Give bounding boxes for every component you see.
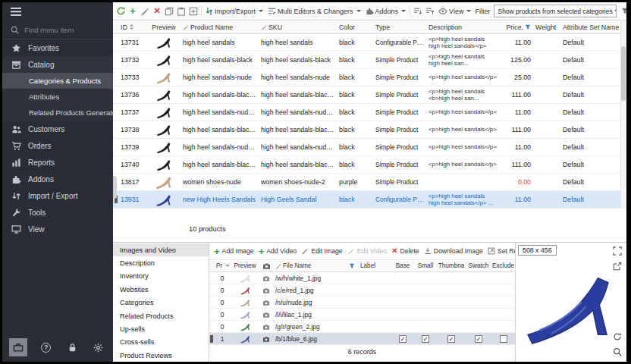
copy-button[interactable] (163, 4, 175, 19)
table-row[interactable]: 13740 high heel sandals-black-38 high he… (113, 156, 620, 174)
filter-dropdown[interactable]: Show products from selected categories (494, 5, 617, 17)
sidebar-item-attributes[interactable]: Attributes (2, 89, 113, 105)
checkbox-base[interactable]: ✓ (399, 335, 407, 343)
add-image-button[interactable]: +Add Image (214, 246, 254, 256)
caret-down-icon (259, 10, 263, 12)
sidebar-item-view[interactable]: View (2, 221, 113, 237)
help-button[interactable]: ? (39, 340, 54, 355)
add-video-button[interactable]: +Add Video (259, 246, 297, 256)
image-row[interactable]: 0 /g/r/green_2.jpg (209, 321, 515, 333)
view-button[interactable]: View (436, 4, 473, 19)
menu-button[interactable] (2, 2, 113, 20)
sidebar-item-import-export[interactable]: Import / Export (2, 187, 113, 204)
image-row-selected[interactable]: 1 /b/1/blue_6.jpg ✓ ✓ ✓ ✓ (209, 333, 515, 345)
sidebar-item-categories-products[interactable]: Categories & Products (2, 73, 113, 89)
sidebar-item-addons[interactable]: Addons (2, 171, 113, 187)
col-header-price[interactable]: Price, (500, 24, 533, 31)
edit-image-button[interactable]: Edit Image (301, 247, 343, 255)
col-header-id[interactable]: ID (118, 24, 147, 31)
table-row[interactable]: 13817 women shoes-nude women shoes-nude-… (113, 174, 620, 191)
col-header-name[interactable]: Product Name (181, 24, 259, 31)
col-header-exclude[interactable]: Exclude (491, 262, 515, 269)
tab-categories[interactable]: Categories (113, 297, 209, 309)
table-row[interactable]: 13731 high heel sandals high heel sandal… (113, 34, 620, 52)
paste-button[interactable] (175, 4, 187, 19)
import-grid-button[interactable] (424, 4, 436, 19)
checkbox-small[interactable]: ✓ (422, 335, 429, 343)
tab-websites[interactable]: Websites (113, 283, 209, 296)
sidebar-item-catalog[interactable]: Catalog (2, 56, 113, 73)
fullscreen-button[interactable] (612, 246, 623, 256)
col-header-preview[interactable]: Preview (147, 24, 181, 31)
sidebar-search[interactable] (2, 20, 113, 39)
col-header-color[interactable]: Color (337, 24, 373, 31)
col-header-file-name[interactable]: File Name (273, 262, 349, 269)
image-row[interactable]: 0 /c/e/red_1.jpg (209, 284, 515, 297)
col-header-pr[interactable]: Pr (214, 262, 231, 269)
splitter-grip[interactable] (113, 176, 117, 199)
duplicate-button[interactable] (187, 4, 199, 19)
filters-button[interactable]: Filters (619, 4, 626, 19)
lock-button[interactable] (64, 340, 80, 355)
add-product-button[interactable]: + (127, 4, 139, 19)
col-header-swatch[interactable]: Swatch (466, 262, 491, 269)
table-row[interactable]: 13738 high heel sandals-black-37 high he… (113, 121, 620, 139)
checkbox-thumbnail[interactable]: ✓ (447, 335, 455, 343)
image-row[interactable]: 0 /n/u/nude.jpg (209, 297, 515, 309)
col-header-base[interactable]: Base (391, 262, 414, 269)
image-row[interactable]: 0 /l/i/lilac_1.jpg (209, 309, 515, 321)
checkbox-swatch[interactable]: ✓ (475, 335, 482, 343)
table-row[interactable]: 13736 high heel sandals-black-36 high he… (113, 86, 620, 104)
table-row[interactable]: 13739 high heel sandals-nude-37 high hee… (113, 139, 620, 156)
tab-images-and-video[interactable]: Images and Video (113, 243, 209, 256)
import-export-button[interactable]: Import/Export (203, 4, 265, 19)
vertical-scrollbar[interactable] (620, 20, 626, 209)
download-image-button[interactable]: Download Image (424, 247, 483, 255)
zoom-button[interactable] (612, 347, 623, 357)
tab-inventory[interactable]: Inventory (113, 270, 209, 283)
sidebar-item-orders[interactable]: Orders (2, 137, 113, 154)
table-row[interactable]: 13732 high heel sandals-black high heel … (113, 52, 620, 69)
col-header-label[interactable]: Label (358, 262, 391, 269)
col-header-preview[interactable]: Preview (231, 262, 259, 269)
store-button[interactable] (9, 338, 27, 356)
tab-product-reviews[interactable]: Product Reviews (113, 349, 209, 362)
export-grid-button[interactable] (412, 4, 424, 19)
col-header-thumbnail[interactable]: Thumbna (437, 262, 466, 269)
col-header-media-type[interactable] (259, 262, 273, 269)
multi-editors-button[interactable]: Multi Editors & Changers (265, 4, 363, 19)
set-resize-rule-button[interactable]: Set Resize Rule (488, 247, 515, 255)
sidebar-item-related-products-generator[interactable]: Related Products Generator (2, 105, 113, 121)
sidebar-item-tools[interactable]: Tools (2, 204, 113, 221)
delete-product-button[interactable]: ✕ (151, 4, 163, 19)
tab-description[interactable]: Description (113, 256, 209, 269)
table-row[interactable]: 13737 high heel sandals-nude-36 high hee… (113, 104, 620, 121)
rotate-button[interactable] (612, 331, 623, 342)
sidebar-item-label: View (28, 225, 45, 234)
col-header-weight[interactable]: Weight (533, 24, 560, 31)
delete-image-button[interactable]: ✕Delete (391, 247, 419, 255)
image-row[interactable]: 0 /w/h/white_1.jpg (209, 272, 515, 284)
col-header-attribute-set[interactable]: Attribute Set Name (560, 24, 620, 31)
col-header-small[interactable]: Small (414, 262, 437, 269)
edit-video-button[interactable]: Edit Video (347, 247, 387, 255)
sidebar-item-reports[interactable]: Reports (2, 154, 113, 171)
col-header-description[interactable]: Description (426, 24, 500, 31)
refresh-button[interactable] (115, 4, 127, 19)
table-row[interactable]: 13733 high heel sandals-nude high heel s… (113, 69, 620, 86)
checkbox-exclude[interactable] (500, 335, 507, 343)
search-input[interactable] (24, 26, 105, 34)
table-row-selected[interactable]: 13931 new High Heels Sandals High Geels … (113, 191, 620, 209)
sidebar-item-favorites[interactable]: Favorites (2, 39, 113, 56)
scrollbar-thumb[interactable] (621, 46, 626, 101)
addons-button[interactable]: Addons (363, 4, 409, 19)
col-header-sku[interactable]: SKU (259, 24, 337, 31)
tab-up-sells[interactable]: Up-sells (113, 322, 209, 335)
edit-product-button[interactable] (139, 4, 151, 19)
sidebar-item-customers[interactable]: Customers (2, 121, 113, 137)
tab-related-products[interactable]: Related Products (113, 309, 209, 322)
settings-button[interactable] (91, 340, 106, 355)
col-filter-funnel[interactable] (349, 263, 358, 269)
col-header-type[interactable]: Type (373, 24, 426, 31)
tab-cross-sells[interactable]: Cross-sells (113, 336, 209, 349)
